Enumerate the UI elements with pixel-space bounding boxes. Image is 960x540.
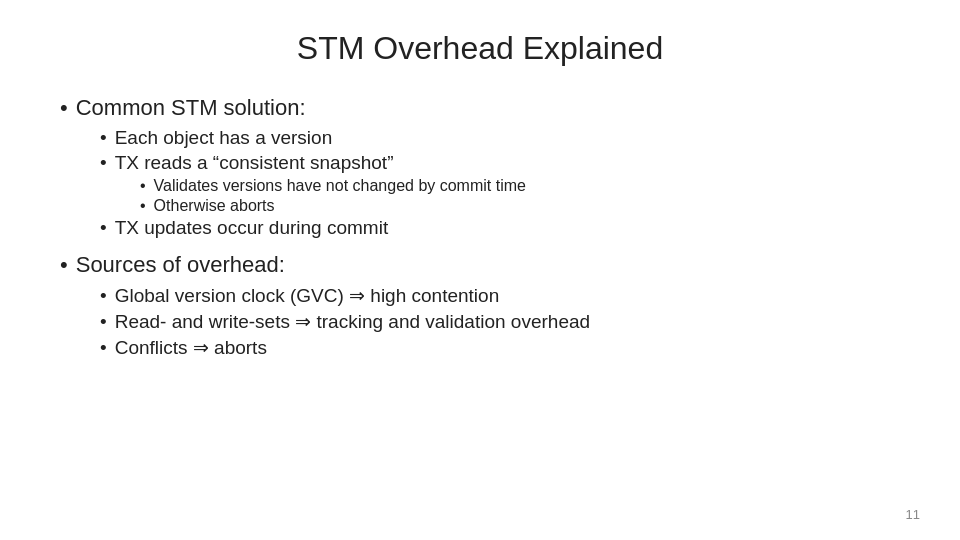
bullet-marker-l2-6: • — [100, 337, 107, 359]
page-number: 11 — [906, 507, 920, 522]
bullet-conflicts: • Conflicts ⇒ aborts — [100, 336, 900, 359]
bullet-marker-l2-4: • — [100, 285, 107, 307]
bullet-marker-l3-1: • — [140, 177, 146, 195]
tx-updates-label: TX updates occur during commit — [115, 217, 389, 239]
bullet-tx-reads: • TX reads a “consistent snapshot” — [100, 152, 900, 174]
bullet-validates: • Validates versions have not changed by… — [140, 177, 900, 195]
bullet-marker-l2-3: • — [100, 217, 107, 239]
each-object-label: Each object has a version — [115, 127, 333, 149]
bullet-marker-l2-1: • — [100, 127, 107, 149]
gvc-label: Global version clock (GVC) ⇒ high conten… — [115, 284, 500, 307]
sources-label: Sources of overhead: — [76, 252, 285, 278]
bullet-marker-l2-2: • — [100, 152, 107, 174]
validates-label: Validates versions have not changed by c… — [154, 177, 526, 195]
slide-content: • Common STM solution: • Each object has… — [60, 95, 900, 362]
bullet-gvc: • Global version clock (GVC) ⇒ high cont… — [100, 284, 900, 307]
common-stm-label: Common STM solution: — [76, 95, 306, 121]
bullet-sources: • Sources of overhead: — [60, 252, 900, 278]
bullet-common-stm: • Common STM solution: — [60, 95, 900, 121]
conflicts-label: Conflicts ⇒ aborts — [115, 336, 267, 359]
bullet-otherwise: • Otherwise aborts — [140, 197, 900, 215]
bullet-marker-l2-5: • — [100, 311, 107, 333]
bullet-marker-l1-1: • — [60, 95, 68, 121]
bullet-each-object: • Each object has a version — [100, 127, 900, 149]
bullet-read-write-sets: • Read- and write-sets ⇒ tracking and va… — [100, 310, 900, 333]
read-write-sets-label: Read- and write-sets ⇒ tracking and vali… — [115, 310, 590, 333]
bullet-marker-l3-2: • — [140, 197, 146, 215]
bullet-tx-updates: • TX updates occur during commit — [100, 217, 900, 239]
tx-reads-label: TX reads a “consistent snapshot” — [115, 152, 394, 174]
otherwise-label: Otherwise aborts — [154, 197, 275, 215]
slide-title: STM Overhead Explained — [60, 30, 900, 67]
bullet-marker-l1-2: • — [60, 252, 68, 278]
